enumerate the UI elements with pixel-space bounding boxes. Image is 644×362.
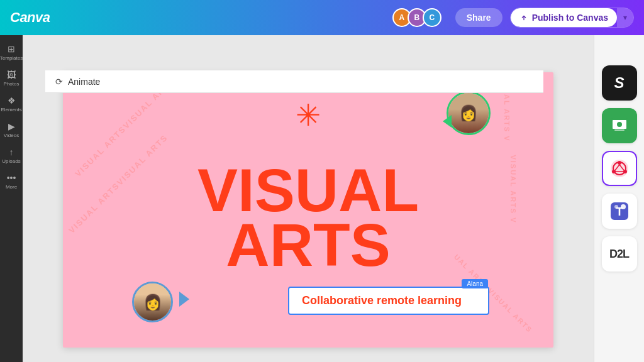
canva-logo: Canva: [10, 9, 50, 26]
person-avatar-2: 👩: [134, 283, 171, 321]
google-classroom-icon: [609, 116, 630, 136]
collaborator-name-label: Alana: [462, 279, 488, 288]
templates-icon: ⊞: [8, 44, 15, 54]
canvas-lms-icon: [608, 157, 631, 180]
collaborators-group: A B C: [392, 8, 441, 27]
publish-button-group: Publish to Canvas ▾: [510, 8, 634, 28]
app-icon-scribd[interactable]: S: [602, 65, 637, 101]
videos-icon: ▶: [8, 121, 15, 131]
title-line-2: ARTS: [119, 218, 497, 272]
design-canvas[interactable]: VISUAL ARTSVISUAL ARTS VISUAL ARTSVISUAL…: [63, 72, 553, 348]
asterisk-decoration: ✳: [296, 97, 321, 133]
avatar-bottom-left: 👩: [132, 282, 173, 322]
d2l-text: D2L: [609, 248, 629, 261]
app-icon-canvas-lms[interactable]: [602, 151, 637, 186]
canvas-area: ⟳ Animate VISUAL ARTSVISUAL ARTS VISUAL …: [23, 35, 594, 362]
sidebar-item-videos[interactable]: ▶ Videos: [1, 118, 22, 142]
textbox-content[interactable]: Collaborative remote learning: [302, 294, 475, 307]
sidebar-label-templates: Templates: [0, 55, 23, 61]
left-sidebar: ⊞ Templates 🖼 Photos ❖ Elements ▶ Videos…: [0, 35, 23, 362]
header: Canva A B C Share Publish to Canvas ▾: [0, 0, 644, 35]
svg-point-15: [621, 204, 626, 209]
collaborator-avatar-3: C: [423, 8, 441, 27]
publish-button[interactable]: Publish to Canvas: [511, 8, 617, 27]
avatar-top-right: 👩: [447, 91, 491, 135]
sidebar-item-more[interactable]: ••• More: [1, 169, 22, 194]
app-icon-teams[interactable]: T: [602, 194, 637, 229]
right-app-panel: S: [594, 35, 644, 362]
teams-icon: T: [608, 200, 631, 222]
main-area: ⊞ Templates 🖼 Photos ❖ Elements ▶ Videos…: [0, 35, 644, 362]
uploads-icon: ↑: [9, 147, 14, 157]
app-icon-d2l[interactable]: D2L: [602, 236, 637, 272]
scribd-letter: S: [614, 74, 624, 92]
sidebar-label-videos: Videos: [4, 133, 19, 138]
sidebar-item-elements[interactable]: ❖ Elements: [1, 92, 22, 116]
publish-icon: [519, 13, 528, 22]
canvas-main-title[interactable]: VISUAL ARTS: [119, 163, 497, 272]
canvas-wrapper: VISUAL ARTSVISUAL ARTS VISUAL ARTSVISUAL…: [23, 58, 594, 362]
svg-point-7: [618, 161, 621, 165]
sidebar-item-templates[interactable]: ⊞ Templates: [1, 40, 22, 65]
collaboration-textbox[interactable]: Alana Collaborative remote learning: [288, 287, 489, 315]
arrow-indicator-2: [179, 292, 189, 307]
photos-icon: 🖼: [7, 70, 16, 80]
svg-point-3: [617, 122, 622, 127]
svg-point-16: [614, 205, 618, 209]
person-avatar-1: 👩: [448, 93, 489, 133]
title-line-1: VISUAL: [119, 163, 497, 217]
sidebar-item-uploads[interactable]: ↑ Uploads: [1, 143, 22, 168]
sidebar-label-more: More: [6, 184, 17, 190]
animate-tool-icon: ⟳: [55, 77, 63, 87]
app-icon-google-classroom[interactable]: [602, 108, 637, 143]
svg-rect-4: [614, 129, 625, 131]
sidebar-label-uploads: Uploads: [2, 158, 20, 164]
arrow-indicator-1: [443, 115, 452, 128]
sidebar-label-photos: Photos: [4, 81, 19, 87]
publish-chevron-button[interactable]: ▾: [617, 8, 633, 27]
more-icon: •••: [7, 173, 16, 183]
share-button[interactable]: Share: [455, 8, 502, 27]
sidebar-item-photos[interactable]: 🖼 Photos: [1, 66, 22, 90]
elements-icon: ❖: [8, 96, 16, 106]
toolbar: ⟳ Animate: [45, 70, 543, 93]
animate-tool-label[interactable]: Animate: [68, 77, 100, 87]
watermark-4: VISUAL ARTS V: [509, 155, 516, 223]
sidebar-label-elements: Elements: [1, 107, 21, 112]
